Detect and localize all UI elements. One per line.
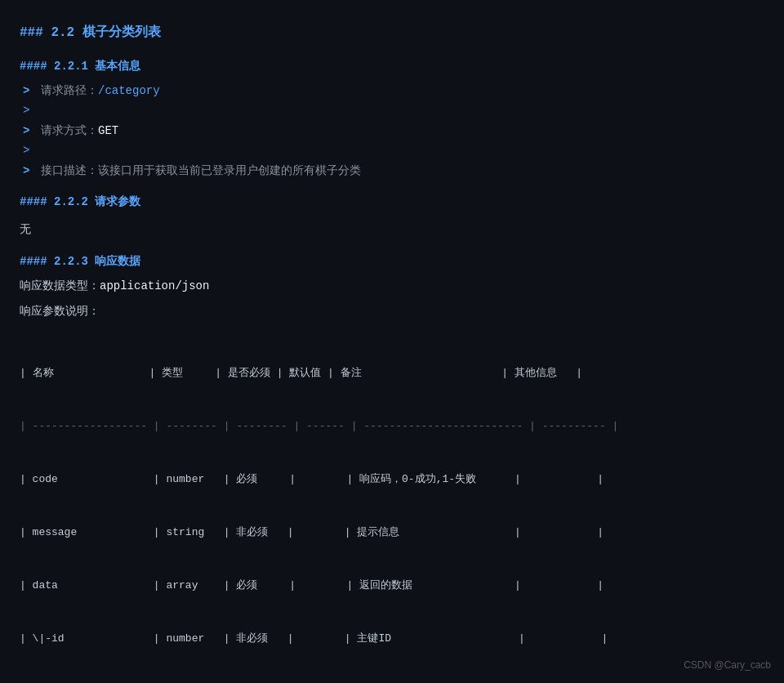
blockquote-arrow-2: > — [23, 122, 33, 140]
table-row-message: | message | string | 非必须 | | 提示信息 | | — [20, 523, 764, 542]
blockquote-desc: > 接口描述：该接口用于获取当前已登录用户创建的所有棋子分类 — [20, 162, 764, 180]
h3-heading: ### 2.2 棋子分类列表 — [20, 23, 764, 44]
blockquote-text-3: 接口描述：该接口用于获取当前已登录用户创建的所有棋子分类 — [41, 162, 361, 180]
h4-response-heading: #### 2.2.3 响应数据 — [20, 252, 764, 270]
blockquote-empty-2: > — [20, 141, 764, 159]
blockquote-path: > 请求路径：/category — [20, 82, 764, 100]
response-params-label: 响应参数说明： — [20, 302, 764, 320]
blockquote-empty-1: > — [20, 101, 764, 119]
response-type-value: application/json — [100, 279, 209, 292]
response-table: | 名称 | 类型 | 是否必须 | 默认值 | 备注 | 其他信息 | | -… — [20, 330, 764, 683]
path-value: /category — [98, 84, 160, 97]
table-row-code: | code | number | 必须 | | 响应码，0-成功,1-失败 |… — [20, 470, 764, 489]
h4-basic-heading: #### 2.2.1 基本信息 — [20, 57, 764, 75]
watermark: CSDN @Cary_cacb — [684, 658, 771, 673]
table-header: | 名称 | 类型 | 是否必须 | 默认值 | 备注 | 其他信息 | — [20, 364, 764, 382]
table-row-id: | \|-id | number | 非必须 | | 主键ID | | — [20, 629, 764, 648]
blockquote-method: > 请求方式：GET — [20, 122, 764, 140]
table-separator: | ------------------ | -------- | ------… — [20, 417, 764, 435]
blockquote-text-1: 请求路径：/category — [41, 82, 160, 100]
page-content: ### 2.2 棋子分类列表 #### 2.2.1 基本信息 > 请求路径：/c… — [20, 23, 764, 683]
method-value: GET — [98, 124, 118, 137]
no-params-text: 无 — [20, 221, 764, 239]
response-type-line: 响应数据类型：application/json — [20, 277, 764, 295]
h4-params-heading: #### 2.2.2 请求参数 — [20, 193, 764, 211]
blockquote-arrow-1: > — [23, 82, 33, 100]
blockquote-arrow-3: > — [23, 162, 33, 180]
table-row-data: | data | array | 必须 | | 返回的数据 | | — [20, 576, 764, 595]
blockquote-text-2: 请求方式：GET — [41, 122, 118, 140]
